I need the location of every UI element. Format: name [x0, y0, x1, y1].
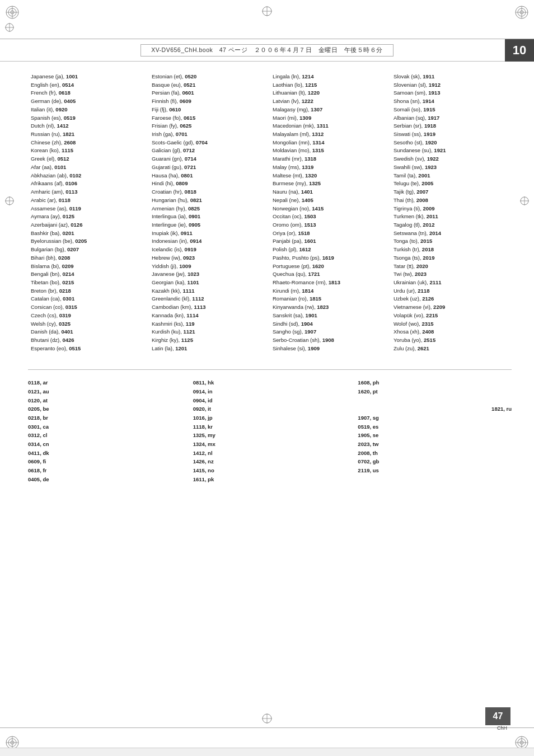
list-item: 0314, cn: [28, 440, 182, 449]
page-number-sub: ChH: [497, 725, 507, 731]
list-item: Kashmiri (ks), 119: [152, 320, 267, 328]
page: XV-DV656_ChH.book 47 ページ ２００６年４月７日 金曜日 午…: [0, 0, 534, 756]
list-item: Burmese (my), 1325: [273, 180, 388, 188]
list-item: Kannada (kn), 1114: [152, 312, 267, 320]
list-item: 0405, de: [28, 475, 182, 484]
list-item: Volapük (vo), 2215: [394, 312, 509, 320]
list-item: Mongolian (mn), 1314: [273, 139, 388, 147]
left-mid-reg: [4, 22, 15, 34]
list-item: Malay (ms), 1319: [273, 163, 388, 172]
list-item: Cambodian (km), 1113: [152, 303, 267, 312]
list-item: Kinyarwanda (rw), 1823: [273, 303, 388, 312]
corner-spiral-tr: [514, 4, 530, 21]
list-item: Byelorussian (be), 0205: [31, 237, 146, 246]
list-item: Tatar (tt), 2020: [394, 262, 509, 271]
list-item: Spanish (es), 0519: [31, 114, 146, 123]
list-item: Slovak (sk), 1911: [394, 73, 509, 81]
list-item: Danish (da), 0401: [31, 328, 146, 336]
list-item: Abkhazian (ab), 0102: [31, 172, 146, 180]
list-item: 0914, in: [193, 387, 347, 396]
list-item: Hausa (ha), 0801: [152, 172, 267, 180]
list-item: 0312, cl: [28, 431, 182, 440]
list-item: Twi (tw), 2023: [394, 270, 509, 279]
list-item: Hindi (hi), 0809: [152, 180, 267, 188]
list-item: 1415, no: [193, 466, 347, 475]
list-item: 1821, ru: [358, 405, 512, 414]
list-item: Faroese (fo), 0615: [152, 114, 267, 123]
list-item: Wolof (wo), 2315: [394, 320, 509, 328]
list-item: 0218, br: [28, 414, 182, 422]
list-item: Panjabi (pa), 1601: [273, 237, 388, 246]
list-item: Siswati (ss), 1919: [394, 130, 509, 139]
list-item: Estonian (et), 0520: [152, 73, 267, 81]
list-item: 0205, be: [28, 405, 182, 414]
list-item: Tibetan (bo), 0215: [31, 279, 146, 287]
corner-spiral-tl: [4, 4, 20, 21]
list-item: Amharic (am), 0113: [31, 188, 146, 196]
list-item: Chinese (zh), 2608: [31, 139, 146, 147]
list-item: Portuguese (pt), 1620: [273, 262, 388, 271]
list-item: 1907, sg: [358, 414, 512, 422]
page-number-box: 47: [485, 707, 510, 725]
list-item: Fiji (fj), 0610: [152, 106, 267, 114]
list-item: Corsican (co), 0315: [31, 303, 146, 312]
list-item: Oriya (or), 1518: [273, 229, 388, 238]
list-item: Marathi (mr), 1318: [273, 155, 388, 163]
list-item: 0519, es: [358, 422, 512, 431]
list-item: Lingala (ln), 1214: [273, 73, 388, 81]
list-item: English (en), 0514: [31, 81, 146, 90]
list-item: Afar (aa), 0101: [31, 163, 146, 172]
list-item: 0920, it: [193, 405, 347, 414]
list-item: Occitan (oc), 1503: [273, 213, 388, 221]
list-item: 1620, pt: [358, 387, 512, 396]
list-item: Bislama (bi), 0209: [31, 262, 146, 271]
list-item: French (fr), 0618: [31, 89, 146, 97]
list-item: Albanian (sq), 1917: [394, 114, 509, 123]
list-item: Laothian (lo), 1215: [273, 81, 388, 90]
list-item: Sindhi (sd), 1904: [273, 320, 388, 328]
list-item: Assamese (as), 0119: [31, 205, 146, 213]
footer-strip: [0, 748, 534, 756]
list-item: Oromo (om), 1513: [273, 221, 388, 229]
list-item: Yoruba (yo), 2515: [394, 336, 509, 345]
list-item: Kazakh (kk), 1111: [152, 287, 267, 295]
list-item: Bihari (bh), 0208: [31, 254, 146, 262]
list-item: Icelandic (is), 0919: [152, 246, 267, 254]
list-item: 0301, ca: [28, 422, 182, 431]
chapter-number: 10: [505, 39, 534, 62]
list-item: Turkish (tr), 2018: [394, 246, 509, 254]
list-item: Serbian (sr), 1918: [394, 122, 509, 130]
list-item: Polish (pl), 1612: [273, 246, 388, 254]
list-item: Finnish (fi), 0609: [152, 97, 267, 106]
list-item: Sesotho (st), 1920: [394, 139, 509, 147]
list-item: 2008, th: [358, 449, 512, 458]
list-item: Malayalam (ml), 1312: [273, 130, 388, 139]
top-center-reg: [261, 6, 273, 18]
list-item: Croatian (hr), 0818: [152, 188, 267, 196]
book-info-bar: XV-DV656_ChH.book 47 ページ ２００６年４月７日 金曜日 午…: [0, 39, 534, 62]
list-item: Bengali (bn), 0214: [31, 270, 146, 279]
list-item: Sangho (sg), 1907: [273, 328, 388, 336]
list-item: Rhaeto-Romance (rm), 1813: [273, 279, 388, 287]
list-item: Sinhalese (si), 1909: [273, 345, 388, 353]
list-item: Aymara (ay), 0125: [31, 213, 146, 221]
list-item: Malagasy (mg), 1307: [273, 106, 388, 114]
list-item: Greek (el), 0512: [31, 155, 146, 163]
list-item: Guarani (gn), 0714: [152, 155, 267, 163]
code-column-3: 1608, ph 1620, pt 1821, ru 1907, sg 0519…: [358, 378, 512, 483]
list-item: Arabic (ar), 0118: [31, 196, 146, 205]
list-item: 1118, kr: [193, 422, 347, 431]
list-item: Galician (gl), 0712: [152, 147, 267, 155]
list-item: Urdu (ur), 2118: [394, 287, 509, 295]
list-item: Slovenian (sl), 1912: [394, 81, 509, 90]
list-item: Welsh (cy), 0325: [31, 320, 146, 328]
list-item: 2119, us: [358, 466, 512, 475]
lang-column-2: Estonian (et), 0520 Basque (eu), 0521 Pe…: [149, 73, 270, 353]
list-item: Breton (br), 0218: [31, 287, 146, 295]
main-content: Japanese (ja), 1001 English (en), 0514 F…: [0, 62, 534, 495]
list-item: Romanian (ro), 1815: [273, 295, 388, 303]
list-item: 0120, at: [28, 396, 182, 405]
list-item: Lithuanian (lt), 1220: [273, 89, 388, 97]
list-item: Thai (th), 2008: [394, 196, 509, 205]
list-item: Ukrainian (uk), 2111: [394, 279, 509, 287]
